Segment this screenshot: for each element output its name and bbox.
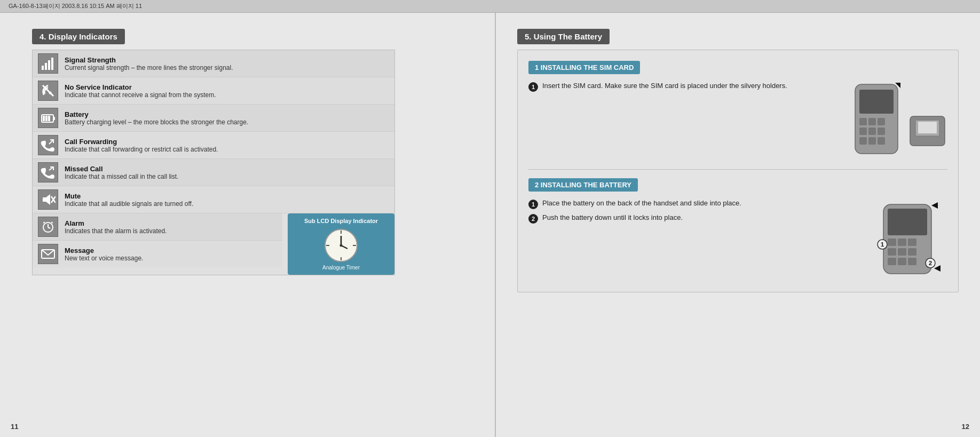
indicator-text-mute: Mute Indicate that all audible signals a…	[65, 192, 389, 208]
svg-rect-50	[888, 248, 896, 256]
sim-step1: 1 Insert the SIM card. Make sure the SIM…	[528, 82, 839, 92]
indicator-text-battery: Battery Battery charging level – the mor…	[65, 110, 389, 126]
indicator-desc-noservice: Indicate that cannot receive a signal fr…	[65, 91, 389, 99]
indicator-text-callforward: Call Forwarding Indicate that call forwa…	[65, 138, 389, 153]
divider	[528, 169, 947, 170]
indicator-text-alarm: Alarm Indicates that the alarm is activa…	[65, 219, 277, 235]
phone-img-2	[907, 114, 947, 148]
svg-rect-37	[878, 128, 885, 135]
svg-rect-9	[45, 116, 48, 121]
svg-rect-46	[888, 209, 927, 235]
battery-step2: 2 Push the battery down until it locks i…	[528, 213, 862, 224]
svg-rect-49	[908, 239, 916, 246]
battery-phone-img: 1 2	[873, 199, 947, 279]
section-title-left: 4. Display Indicators	[32, 29, 125, 44]
message-icon	[38, 244, 58, 264]
indicator-title-signal: Signal Strength	[65, 56, 389, 64]
svg-rect-47	[888, 239, 896, 246]
svg-marker-61	[934, 265, 941, 272]
indicators-box: Signal Strength Current signal strength …	[32, 50, 395, 275]
indicator-desc-signal: Current signal strength – the more lines…	[65, 64, 389, 71]
svg-rect-10	[48, 116, 50, 121]
svg-rect-2	[48, 60, 50, 70]
svg-point-29	[340, 244, 343, 247]
battery-phone-img-wrap: 1 2	[873, 199, 947, 281]
top-bar: GA-160-8-13페이지 2003.8.16 10:15 AM 페이지 11	[0, 0, 980, 13]
sim-install-header: 1 INSTALLING THE SIM CARD	[528, 61, 640, 74]
indicator-text-missedcall: Missed Call Indicate that a missed call …	[65, 165, 389, 180]
svg-rect-40	[878, 137, 885, 145]
sim-text: 1 Insert the SIM card. Make sure the SIM…	[528, 82, 850, 96]
sim-step1-text: Insert the SIM card. Make sure the SIM c…	[542, 82, 787, 90]
top-bar-text: GA-160-8-13페이지 2003.8.16 10:15 AM 페이지 11	[9, 2, 142, 10]
battery-text: 1 Place the battery on the back of the h…	[528, 199, 873, 228]
battery-step1: 1 Place the battery on the back of the h…	[528, 199, 862, 209]
indicator-title-mute: Mute	[65, 192, 389, 200]
svg-line-20	[51, 222, 53, 223]
svg-rect-53	[888, 258, 896, 265]
indicator-row-message: Message New text or voice message.	[33, 241, 282, 267]
indicator-desc-battery: Battery charging level – the more blocks…	[65, 118, 389, 126]
alarm-message-col: Alarm Indicates that the alarm is activa…	[33, 213, 282, 275]
svg-rect-55	[908, 258, 916, 265]
svg-line-11	[49, 140, 53, 144]
left-page: 4. Display Indicators Signal Strength Cu…	[0, 13, 496, 437]
sub-lcd-label: Analogue Timer	[322, 265, 360, 271]
page-number-left: 11	[11, 423, 18, 431]
battery-section-box: 1 INSTALLING THE SIM CARD 1 Insert the S…	[517, 50, 959, 292]
main-content: 4. Display Indicators Signal Strength Cu…	[0, 13, 980, 437]
svg-point-5	[49, 92, 52, 94]
svg-rect-7	[53, 117, 55, 120]
phone-img-2-wrap	[907, 114, 947, 158]
svg-rect-52	[908, 248, 916, 256]
sim-step1-num: 1	[528, 82, 538, 92]
indicator-row-battery: Battery Battery charging level – the mor…	[33, 105, 394, 132]
phone-images-sim	[850, 82, 947, 158]
sub-lcd-box: Sub LCD Display Indicator Analogue Timer	[288, 213, 394, 275]
alarm-message-sublcd-row: Alarm Indicates that the alarm is activa…	[33, 213, 394, 275]
section-title-right: 5. Using The Battery	[517, 29, 610, 44]
indicator-desc-missedcall: Indicate that a missed call in the call …	[65, 173, 389, 180]
sub-lcd-title: Sub LCD Display Indicator	[304, 218, 378, 224]
sim-install-section: 1 INSTALLING THE SIM CARD 1 Insert the S…	[528, 61, 947, 158]
battery-icon	[38, 108, 58, 128]
sim-content: 1 Insert the SIM card. Make sure the SIM…	[528, 82, 947, 158]
page-number-right: 12	[962, 423, 969, 431]
indicator-title-message: Message	[65, 247, 277, 255]
svg-rect-33	[868, 118, 876, 125]
right-page: 5. Using The Battery 1 INSTALLING THE SI…	[496, 13, 980, 437]
missed-call-icon	[38, 162, 58, 182]
svg-rect-54	[898, 258, 906, 265]
svg-line-18	[48, 227, 50, 228]
battery-step1-num: 1	[528, 200, 538, 209]
svg-rect-0	[42, 66, 44, 70]
svg-rect-32	[859, 118, 867, 125]
svg-line-19	[43, 222, 45, 223]
svg-rect-34	[878, 118, 885, 125]
call-forward-icon	[38, 135, 58, 155]
svg-rect-8	[43, 116, 45, 121]
svg-rect-48	[898, 239, 906, 246]
svg-marker-13	[43, 194, 50, 205]
mute-icon	[38, 189, 58, 210]
svg-text:2: 2	[929, 260, 932, 266]
battery-step1-text: Place the battery on the back of the han…	[542, 199, 741, 207]
phone-img-1-wrap	[850, 82, 903, 158]
svg-rect-51	[898, 248, 906, 256]
svg-rect-36	[868, 128, 876, 135]
indicator-title-battery: Battery	[65, 110, 389, 118]
signal-icon	[38, 53, 58, 74]
indicator-title-callforward: Call Forwarding	[65, 138, 389, 146]
indicator-title-alarm: Alarm	[65, 219, 277, 227]
indicator-desc-message: New text or voice message.	[65, 255, 277, 262]
svg-text:1: 1	[881, 241, 884, 248]
battery-step2-text: Push the battery down until it locks int…	[542, 213, 683, 221]
svg-marker-60	[931, 202, 938, 209]
battery-install-content: 1 Place the battery on the back of the h…	[528, 199, 947, 281]
svg-rect-44	[918, 122, 937, 133]
indicator-row-callforward: Call Forwarding Indicate that call forwa…	[33, 132, 394, 159]
indicator-row-mute: Mute Indicate that all audible signals a…	[33, 186, 394, 213]
phone-img-1	[850, 82, 903, 156]
indicator-desc-callforward: Indicate that call forwarding or restric…	[65, 146, 389, 153]
svg-rect-3	[51, 58, 53, 70]
